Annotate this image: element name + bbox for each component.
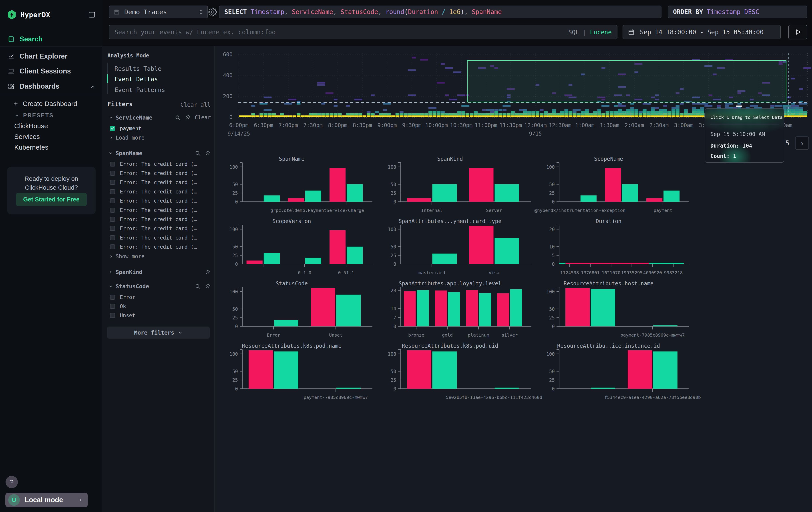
- filter-group-spanname[interactable]: SpanName: [102, 148, 214, 158]
- filter-option-unset[interactable]: Unset: [102, 311, 214, 320]
- mode-separator: |: [579, 29, 590, 36]
- sidebar-item-client-sessions[interactable]: Client Sessions: [0, 64, 102, 78]
- checkbox-unchecked[interactable]: [110, 162, 115, 166]
- filter-option-error-the-credit-card-[interactable]: Error: The credit card (…: [102, 206, 214, 215]
- filter-option-error-the-credit-card-[interactable]: Error: The credit card (…: [102, 233, 214, 242]
- pin-icon[interactable]: [205, 284, 211, 289]
- sidebar-item-create-dashboard[interactable]: Create Dashboard: [0, 98, 102, 109]
- calendar-icon: [628, 29, 635, 35]
- search-input[interactable]: [115, 28, 568, 36]
- user-menu[interactable]: U Local mode: [5, 493, 88, 507]
- mode-lucene[interactable]: Lucene: [590, 29, 612, 36]
- pin-icon[interactable]: [205, 269, 211, 275]
- checkbox-unchecked[interactable]: [110, 235, 115, 240]
- source-value: Demo Traces: [124, 8, 167, 16]
- filter-option-error-the-credit-card-[interactable]: Error: The credit card (…: [102, 187, 214, 196]
- chevron-down-icon: [108, 151, 113, 156]
- filter-group-clear[interactable]: Clear: [195, 114, 211, 120]
- load-more-button[interactable]: Load more: [109, 135, 145, 141]
- analysis-option-results-table[interactable]: Results Table: [115, 65, 162, 72]
- checkbox-unchecked[interactable]: [110, 171, 115, 176]
- chevron-right-icon: [109, 254, 113, 259]
- filter-group-spankind[interactable]: SpanKind: [102, 267, 214, 277]
- chevron-down-icon: [15, 113, 20, 118]
- filter-group-servicename[interactable]: ServiceNameClear: [102, 113, 214, 123]
- prev-page-button[interactable]: ‹: [712, 136, 726, 150]
- checkbox-checked[interactable]: [110, 126, 115, 131]
- sidebar-item-search[interactable]: Search: [0, 32, 102, 46]
- search-icon[interactable]: [195, 150, 201, 156]
- create-dashboard-label: Create Dashboard: [23, 100, 77, 108]
- checkbox-unchecked[interactable]: [110, 208, 115, 213]
- filter-option-error-the-credit-card-[interactable]: Error: The credit card (…: [102, 168, 214, 178]
- pin-icon[interactable]: [205, 150, 211, 156]
- analysis-option-event-deltas[interactable]: Event Deltas: [115, 76, 158, 83]
- brand-title: HyperDX: [21, 11, 50, 19]
- filter-group-name: ServiceName: [116, 114, 152, 121]
- filter-group-name: SpanName: [116, 150, 142, 157]
- clear-all-filters[interactable]: Clear all: [180, 102, 210, 108]
- checkbox-unchecked[interactable]: [110, 304, 115, 309]
- filter-option-error-the-credit-card-[interactable]: Error: The credit card (…: [102, 178, 214, 187]
- hyperdx-logo-icon: [7, 9, 17, 20]
- sidebar-divider: [0, 46, 102, 47]
- filter-group-statuscode[interactable]: StatusCode: [102, 281, 214, 291]
- order-by-bar[interactable]: ORDER BY Timestamp DESC: [668, 5, 807, 18]
- sql-select-bar[interactable]: SELECT Timestamp, ServiceName, StatusCod…: [219, 5, 662, 18]
- more-filters-button[interactable]: More filters: [107, 327, 210, 339]
- filter-option-error[interactable]: Error: [102, 293, 214, 302]
- collapse-sidebar-icon[interactable]: [88, 11, 96, 19]
- sql-token: ): [461, 8, 464, 16]
- filter-option-label: Error: The credit card (…: [120, 161, 197, 167]
- pin-icon[interactable]: [185, 115, 191, 120]
- mode-sql[interactable]: SQL: [568, 29, 579, 36]
- checkbox-unchecked[interactable]: [110, 244, 115, 249]
- sidebar-item-label: Search: [20, 35, 42, 43]
- source-settings-button[interactable]: [207, 7, 219, 17]
- sql-token: StatusCode: [341, 8, 378, 16]
- laptop-icon: [7, 68, 15, 75]
- filter-option-error-the-credit-card-[interactable]: Error: The credit card (…: [102, 224, 214, 233]
- journal-icon: [7, 36, 15, 43]
- sidebar-item-label: Dashboards: [20, 82, 59, 90]
- search-icon[interactable]: [195, 284, 201, 289]
- chevron-right-icon: [109, 136, 113, 140]
- help-button[interactable]: ?: [5, 476, 18, 488]
- filter-option-error-the-credit-card-[interactable]: Error: The credit card (…: [102, 242, 214, 251]
- checkbox-unchecked[interactable]: [110, 198, 115, 203]
- sql-token: Duration: [408, 8, 438, 16]
- get-started-button[interactable]: Get Started for Free: [16, 193, 87, 206]
- checkbox-unchecked[interactable]: [110, 295, 115, 300]
- checkbox-unchecked[interactable]: [110, 180, 115, 185]
- filter-option-error-the-credit-card-[interactable]: Error: The credit card (…: [102, 196, 214, 206]
- analysis-option-event-patterns[interactable]: Event Patterns: [115, 86, 165, 93]
- sidebar-item-dashboards[interactable]: Dashboards: [0, 79, 102, 93]
- plus-icon: [13, 101, 19, 107]
- sidebar-item-kubernetes[interactable]: Kubernetes: [0, 142, 102, 153]
- main-content: [214, 46, 812, 512]
- search-icon[interactable]: [175, 115, 181, 120]
- more-label: Show more: [116, 253, 145, 260]
- sidebar-item-chart-explorer[interactable]: Chart Explorer: [0, 49, 102, 63]
- sidebar-item-clickhouse[interactable]: ClickHouse: [0, 121, 102, 131]
- source-select[interactable]: Demo Traces: [109, 5, 208, 18]
- analysis-mode-label: Analysis Mode: [107, 53, 149, 59]
- checkbox-unchecked[interactable]: [110, 217, 115, 222]
- sidebar-item-presets[interactable]: PRESETS: [0, 110, 102, 120]
- filter-option-error-the-credit-card-[interactable]: Error: The credit card (…: [102, 215, 214, 224]
- checkbox-unchecked[interactable]: [110, 226, 115, 231]
- filter-option-error-the-credit-card-[interactable]: Error: The credit card (…: [102, 159, 214, 168]
- next-page-button[interactable]: ›: [795, 136, 809, 150]
- run-query-button[interactable]: [788, 25, 807, 39]
- time-range-picker[interactable]: Sep 14 18:00:00 - Sep 15 05:30:00: [622, 25, 781, 39]
- checkbox-unchecked[interactable]: [110, 189, 115, 194]
- sql-token: SpanName: [472, 8, 502, 16]
- query-language-toggle: SQL | Lucene: [568, 29, 612, 36]
- promo-line2: ClickHouse Cloud?: [7, 184, 96, 191]
- checkbox-unchecked[interactable]: [110, 313, 115, 318]
- filter-option-ok[interactable]: Ok: [102, 302, 214, 311]
- filter-option-payment[interactable]: payment: [102, 124, 214, 133]
- filter-option-label: Error: The credit card (…: [120, 207, 197, 213]
- show-more-button[interactable]: Show more: [109, 253, 145, 260]
- sidebar-item-services[interactable]: Services: [0, 132, 102, 142]
